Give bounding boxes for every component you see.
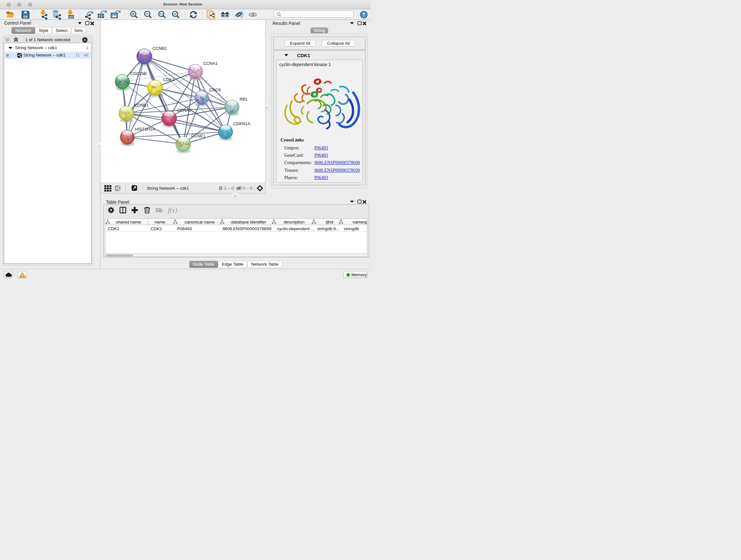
svg-text:CCNB1: CCNB1 [134, 103, 149, 108]
svg-text:cyclin-dependent ...: cyclin-dependent ... [277, 226, 314, 231]
svg-text:CDK1: CDK1 [163, 77, 174, 82]
svg-text:CCNA1: CCNA1 [203, 61, 218, 66]
svg-text:RB1: RB1 [240, 97, 248, 102]
svg-text:canonical name: canonical name [185, 220, 215, 225]
svg-text:name: name [154, 220, 165, 225]
svg-text:namespace: namespace [353, 220, 367, 225]
svg-text:@id: @id [326, 220, 333, 225]
svg-text:CDK1: CDK1 [151, 226, 162, 231]
svg-text:P06493: P06493 [177, 226, 192, 231]
svg-text:HIST1H1A: HIST1H1A [135, 127, 155, 132]
svg-text:?: ? [362, 12, 365, 17]
svg-text:CCNB2: CCNB2 [152, 46, 167, 51]
svg-text:stringdb:9...: stringdb:9... [317, 226, 340, 231]
svg-text:CCNA2: CCNA2 [177, 108, 192, 113]
svg-text:stringdb: stringdb [344, 226, 359, 231]
svg-text:f(x): f(x) [168, 206, 177, 214]
svg-text:9606.ENSP00000378699: 9606.ENSP00000378699 [222, 226, 271, 231]
svg-text:database identifier: database identifier [231, 220, 266, 225]
svg-text:CDK1: CDK1 [108, 226, 119, 231]
svg-text:description: description [284, 220, 305, 225]
svg-text:CDKN1A: CDKN1A [233, 121, 251, 126]
svg-text:CDC25B: CDC25B [130, 71, 147, 76]
svg-text:shared name: shared name [116, 220, 141, 225]
svg-text:CDC6: CDC6 [209, 87, 221, 92]
svg-text:CCNE1: CCNE1 [191, 133, 205, 138]
